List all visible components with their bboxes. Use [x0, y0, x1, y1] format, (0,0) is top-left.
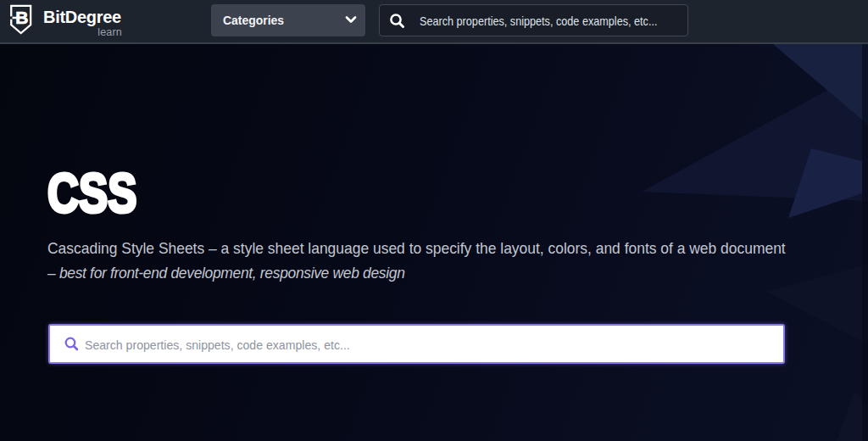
svg-text:B: B	[15, 8, 28, 27]
